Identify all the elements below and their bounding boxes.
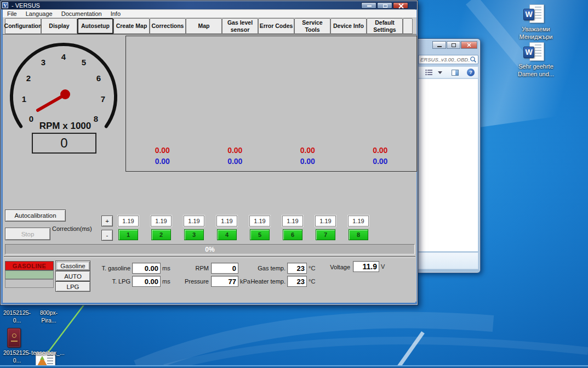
correction-label: Correction(ms) xyxy=(52,225,92,232)
close-icon xyxy=(467,43,471,47)
tab-map[interactable]: Map xyxy=(186,18,222,34)
injector-panel: 0.00 0.00 0.00 0.00 0.00 0.00 0.00 0.00 xyxy=(125,36,417,172)
tab-configuration[interactable]: Configuration xyxy=(5,18,41,34)
menu-file[interactable]: File xyxy=(3,10,21,17)
channel-button-8[interactable]: 8 xyxy=(349,229,368,240)
channel-value-7: 1.19 xyxy=(315,216,336,227)
help-icon[interactable]: ? xyxy=(467,69,475,76)
tab-error-codes[interactable]: Error Codes xyxy=(258,18,294,34)
taskbar[interactable] xyxy=(0,365,588,368)
tab-service-tools[interactable]: Service Tools xyxy=(294,18,330,34)
desktop-icon-doc2-label[interactable]: Sehr geehrte Damen und... xyxy=(513,63,559,78)
tab-corrections[interactable]: Corrections xyxy=(150,18,186,34)
pressure-value: 77 xyxy=(211,276,238,287)
details-view-icon[interactable] xyxy=(425,69,433,76)
channel-button-5[interactable]: 5 xyxy=(250,229,270,240)
channel-button-6[interactable]: 6 xyxy=(283,229,302,240)
heater-temp-unit: °C xyxy=(309,278,315,285)
pressure-label: Pressure xyxy=(168,278,209,285)
channel-value-2: 1.19 xyxy=(151,216,172,227)
t-lpg-value: 0.00 xyxy=(132,276,161,287)
channel-button-7[interactable]: 7 xyxy=(316,229,335,240)
explorer-search-text: ERSUS_v3.00_OBD_... xyxy=(419,56,470,63)
word-w-glyph: W xyxy=(523,9,534,20)
maximize-icon xyxy=(383,4,387,8)
menu-language[interactable]: Language xyxy=(21,10,57,17)
tab-autosetup[interactable]: Autosetup xyxy=(77,18,113,34)
explorer-maximize-button[interactable] xyxy=(447,41,460,49)
stop-button[interactable]: Stop xyxy=(5,228,50,240)
heater-temp-value: 23 xyxy=(287,276,307,287)
fuel-indicator-gray xyxy=(5,279,54,288)
search-icon[interactable] xyxy=(470,56,477,63)
rpm-label: RPM xyxy=(168,265,209,271)
correction-plus-button[interactable]: + xyxy=(101,216,113,227)
correction-minus-button[interactable]: - xyxy=(101,230,113,241)
gauge-tick-1: 1 xyxy=(22,94,26,104)
heater-temp-label: Heater temp. xyxy=(242,278,286,285)
gas-temp-value: 23 xyxy=(287,263,307,274)
desktop-icon-teaser-label[interactable]: teaserbox_... xyxy=(31,349,62,357)
injector-blue-row: 0.00 0.00 0.00 0.00 xyxy=(126,157,416,166)
explorer-minimize-button[interactable] xyxy=(432,41,446,49)
word-document-icon: W xyxy=(523,42,545,62)
desktop-icon-doc1[interactable]: W xyxy=(523,4,547,24)
tab-create-map[interactable]: Create Map xyxy=(113,18,150,34)
desktop-icon-passport-label[interactable]: 20152125-0... xyxy=(1,349,33,364)
chevron-down-icon[interactable] xyxy=(438,71,442,74)
versus-window: V - VERSUS File Language Documentation I… xyxy=(0,0,418,305)
gauge-tick-7: 7 xyxy=(101,94,105,104)
close-icon xyxy=(393,3,409,9)
desktop-icon-doc2[interactable]: W xyxy=(523,42,547,62)
tab-display[interactable]: Display xyxy=(41,18,77,34)
explorer-close-button[interactable] xyxy=(461,41,477,49)
injector-blue-4: 0.00 xyxy=(344,157,417,166)
injector-red-3: 0.00 xyxy=(271,146,344,155)
channel-value-8: 1.19 xyxy=(348,216,369,227)
gas-temp-unit: °C xyxy=(309,265,315,271)
gauge-label: RPM x 1000 xyxy=(39,121,92,131)
channel-button-1[interactable]: 1 xyxy=(118,229,138,240)
channel-value-3: 1.19 xyxy=(184,216,204,227)
gauge-tick-3: 3 xyxy=(41,58,45,67)
gauge-tick-5: 5 xyxy=(82,58,86,67)
desktop-icon-hidden1-label[interactable]: 20152125-0... xyxy=(1,309,33,324)
injector-red-row: 0.00 0.00 0.00 0.00 xyxy=(126,146,416,155)
gauge-tick-2: 2 xyxy=(26,73,31,83)
tab-default-settings[interactable]: Default Settings xyxy=(367,18,403,34)
menu-info[interactable]: Info xyxy=(106,10,125,17)
injector-red-4: 0.00 xyxy=(344,146,417,155)
desktop: W Уважаеми Мениджъри W Sehr geehrte Dame… xyxy=(0,0,588,368)
preview-pane-icon[interactable] xyxy=(452,70,459,76)
minimize-icon xyxy=(367,5,372,7)
explorer-window[interactable]: ERSUS_v3.00_OBD_... ? xyxy=(415,38,481,273)
passport-image-icon[interactable] xyxy=(7,328,21,348)
maximize-button[interactable] xyxy=(377,2,392,9)
channel-value-1: 1.19 xyxy=(118,216,139,227)
tab-gas-level-sensor[interactable]: Gas level sensor xyxy=(222,18,258,34)
voltage-unit: V xyxy=(381,263,385,270)
close-button[interactable] xyxy=(393,2,408,9)
channel-button-4[interactable]: 4 xyxy=(217,229,237,240)
desktop-icon-hidden2-label[interactable]: 800px-Pira... xyxy=(33,309,64,324)
client-area: 0 1 2 3 4 5 6 7 8 RPM x 1000 0 0.00 0.00… xyxy=(3,35,416,302)
menu-documentation[interactable]: Documentation xyxy=(57,10,106,17)
explorer-search-box[interactable]: ERSUS_v3.00_OBD_... xyxy=(418,55,478,64)
injector-red-1: 0.00 xyxy=(126,146,199,155)
tab-device-info[interactable]: Device Info xyxy=(330,18,367,34)
channel-button-3[interactable]: 3 xyxy=(184,229,204,240)
menubar: File Language Documentation Info xyxy=(3,10,416,18)
gauge-tick-4: 4 xyxy=(61,52,66,61)
calibration-progress-bar: 0% xyxy=(5,244,415,254)
autocalibration-button[interactable]: Autocalibration xyxy=(5,210,66,222)
gauge-tick-8: 8 xyxy=(94,114,98,123)
gauge-tick-0: 0 xyxy=(29,114,33,123)
tab-bar: Configuration Display Autosetup Create M… xyxy=(3,18,416,35)
minimize-button[interactable] xyxy=(361,2,376,9)
explorer-content-area[interactable] xyxy=(418,78,478,252)
desktop-icon-doc1-label[interactable]: Уважаеми Мениджъри xyxy=(514,25,558,41)
titlebar[interactable]: V - VERSUS xyxy=(1,1,417,9)
channel-button-2[interactable]: 2 xyxy=(151,229,171,240)
channel-value-4: 1.19 xyxy=(216,216,237,227)
t-gasoline-value: 0.00 xyxy=(132,263,161,274)
